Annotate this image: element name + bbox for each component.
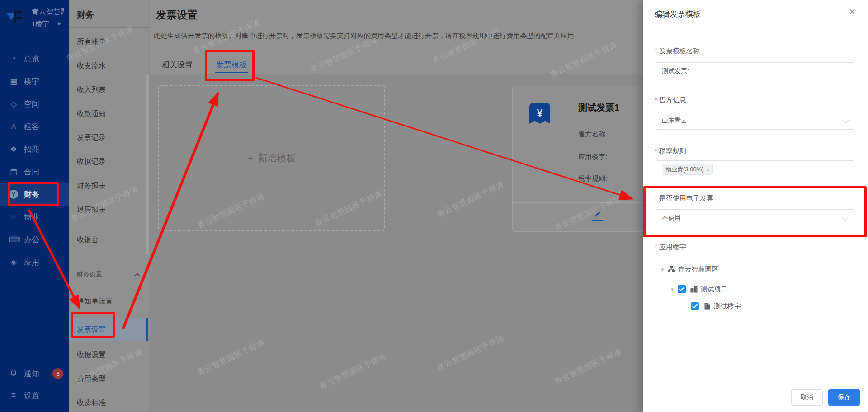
tag-close-icon[interactable]: × (706, 166, 710, 173)
sidebar-item-property[interactable]: ⌂ 物业 (0, 206, 69, 228)
active-item-indicator (146, 318, 148, 341)
house-icon: ⌂ (9, 212, 18, 221)
sidebar-item-space[interactable]: ◇ 空间 (0, 93, 69, 115)
required-icon: * (655, 243, 657, 251)
sidebar-item-buildings[interactable]: ▦ 楼宇 (0, 70, 69, 93)
sidebar-item-label: 租客 (24, 122, 39, 132)
sidebar-item-leasing[interactable]: ❖ 招商 (0, 138, 69, 160)
required-icon: * (655, 194, 657, 202)
divider (0, 39, 69, 39)
app-root: F 青云智慧园 1楼宇 ▶ ◔ 总览 ▦ 楼宇 ◇ 空间 ♙ 租客 (0, 0, 868, 412)
scrollbar-thumb[interactable] (146, 74, 149, 254)
seller-name-label: 售方名称: (578, 130, 607, 139)
submenu-item-all-bills[interactable]: 所有账单 (69, 30, 149, 54)
primary-nav-list: ◔ 总览 ▦ 楼宇 ◇ 空间 ♙ 租客 ❖ 招商 ▤ 合同 (0, 47, 69, 273)
logo-letter: F (13, 8, 23, 28)
templates-panel: + 新增模板 ¥ 测试发票1 售方名称: 应用楼宇: 税率规则: (150, 74, 643, 412)
applied-buildings-label: *应用楼宇 (655, 243, 686, 252)
chevron-down-icon (843, 117, 849, 123)
bell-icon (9, 369, 18, 379)
sidebar-item-finance[interactable]: ¥ 财务 (0, 183, 69, 206)
add-template-button[interactable]: + 新增模板 (158, 85, 385, 231)
tree-node-park[interactable]: ▾ 青云智慧园区 (661, 263, 719, 275)
template-title: 测试发票1 (578, 102, 619, 114)
tax-rule-tag: 物业费(3.00%) × (662, 164, 713, 175)
tree-node-label: 测试项目 (701, 285, 728, 294)
tax-rule-multiselect[interactable]: 物业费(3.00%) × (656, 160, 854, 178)
finance-submenu: 财务 所有账单 收支流水 收入列表 收款通知 发票记录 收据记录 财务报表 退房… (69, 0, 149, 412)
caret-down-icon[interactable]: ▾ (661, 266, 664, 273)
template-name-input[interactable] (656, 62, 854, 80)
required-icon: * (655, 47, 657, 55)
tree-node-project[interactable]: ▾ 测试项目 (671, 283, 728, 295)
main-content: 发票设置 此处生成供开发票的模板。对账单进行开票时，发票模板需要支持对应的费用类… (150, 0, 643, 412)
checkbox-checked-icon[interactable] (678, 285, 686, 293)
building-count: 1楼宇 (32, 20, 49, 28)
caret-down-icon[interactable]: ▾ (671, 286, 674, 293)
tree-node-label: 测试楼宇 (714, 302, 741, 311)
e-invoice-select-value: 不使用 (662, 214, 681, 222)
edit-template-button[interactable] (592, 211, 603, 221)
sidebar-item-label: 招商 (24, 144, 39, 154)
tree-node-building[interactable]: 测试楼宇 (691, 300, 741, 312)
tax-rule-label: 税率规则: (578, 174, 607, 183)
building-icon (703, 303, 711, 310)
divider (69, 27, 149, 28)
submenu-item-invoice-settings[interactable]: 发票设置 (69, 318, 149, 341)
sidebar-item-notifications[interactable]: 通知 6 (0, 362, 69, 385)
sidebar-item-label: 空间 (24, 99, 39, 109)
building-switcher[interactable]: F 青云智慧园 1楼宇 ▶ (0, 0, 69, 39)
person-icon: ♙ (9, 122, 18, 131)
submenu-section-finance-settings[interactable]: 财务设置 (69, 267, 149, 283)
close-icon[interactable]: × (849, 6, 855, 17)
sidebar-item-apps[interactable]: ◈ 应用 (0, 251, 69, 273)
divider (643, 382, 868, 382)
submenu-item-receipt-settings[interactable]: 收据设置 (69, 343, 149, 367)
primary-sidebar: F 青云智慧园 1楼宇 ▶ ◔ 总览 ▦ 楼宇 ◇ 空间 ♙ 租客 (0, 0, 69, 412)
page-description: 此处生成供开发票的模板。对账单进行开票时，发票模板需要支持对应的费用类型才能进行… (154, 32, 640, 40)
chevron-down-icon (843, 215, 849, 221)
sidebar-item-label: 通知 (24, 369, 39, 379)
building-icon: ▦ (9, 77, 18, 86)
chevron-right-icon[interactable]: ▶ (58, 21, 61, 26)
tab-invoice-templates[interactable]: 发票模板 (215, 57, 248, 73)
brand-name: 青云智慧园 (32, 7, 64, 17)
cube-icon: ◇ (9, 99, 18, 109)
apps-icon: ◈ (9, 258, 18, 267)
checkbox-checked-icon[interactable] (691, 302, 699, 310)
save-button[interactable]: 保存 (828, 389, 860, 406)
divider (643, 29, 868, 29)
submenu-item-checkout-reports[interactable]: 退房报表 (69, 198, 149, 222)
applied-buildings-label: 应用楼宇: (578, 153, 607, 161)
submenu-item-invoice-records[interactable]: 发票记录 (69, 126, 149, 150)
sidebar-item-label: 应用 (24, 257, 39, 267)
chevron-up-icon (134, 273, 140, 279)
submenu-item-receipt-records[interactable]: 收据记录 (69, 150, 149, 174)
submenu-item-finance-reports[interactable]: 财务报表 (69, 174, 149, 198)
e-invoice-label: *是否使用电子发票 (655, 194, 713, 203)
submenu-item-cashflow[interactable]: 收支流水 (69, 54, 149, 78)
divider (69, 257, 149, 257)
cancel-button[interactable]: 取消 (791, 389, 823, 406)
submenu-item-cashier[interactable]: 收银台 (69, 228, 149, 252)
submenu-item-income-list[interactable]: 收入列表 (69, 78, 149, 102)
sidebar-item-office[interactable]: ⌨ 办公 (0, 228, 69, 251)
plus-icon: + (247, 152, 253, 164)
e-invoice-select[interactable]: 不使用 (656, 209, 854, 227)
submenu-item-fee-standards[interactable]: 收费标准 (69, 391, 149, 412)
submenu-item-payment-notice[interactable]: 收款通知 (69, 102, 149, 126)
yuan-circle-icon: ¥ (9, 190, 18, 199)
seller-select[interactable]: 山东青云 (656, 112, 854, 130)
submenu-item-notice-settings[interactable]: 通知单设置 (69, 290, 149, 314)
document-icon: ▤ (9, 167, 18, 177)
sitemap-icon (668, 266, 675, 273)
sidebar-item-contracts[interactable]: ▤ 合同 (0, 160, 69, 183)
buildings-icon (690, 286, 698, 293)
sidebar-item-settings[interactable]: ≡ 设置 (0, 384, 69, 407)
sidebar-item-tenants[interactable]: ♙ 租客 (0, 115, 69, 138)
invoice-ribbon-icon: ¥ (529, 103, 550, 124)
page-title: 发票设置 (156, 8, 198, 22)
tab-related-settings[interactable]: 相关设置 (161, 57, 193, 73)
submenu-item-fee-types[interactable]: 费用类型 (69, 367, 149, 391)
sidebar-item-overview[interactable]: ◔ 总览 (0, 47, 69, 70)
